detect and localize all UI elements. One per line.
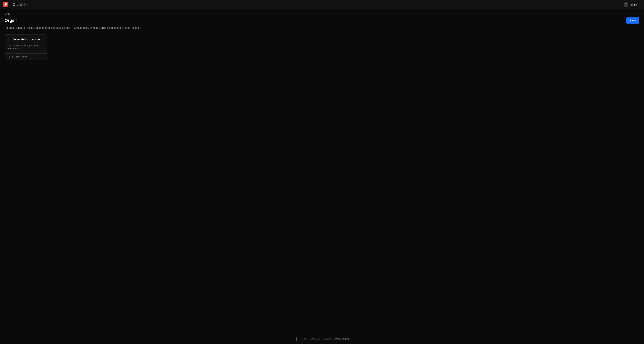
svg-rect-9 bbox=[9, 39, 10, 39]
org-card-id-value: o_1234567890 bbox=[12, 56, 27, 58]
svg-rect-0 bbox=[13, 3, 14, 4]
breadcrumb: Orgs bbox=[4, 12, 640, 15]
footer-product: Boundary bbox=[322, 338, 332, 340]
svg-rect-8 bbox=[8, 38, 11, 41]
navbar-right: admin ▾ bbox=[622, 2, 641, 7]
svg-rect-1 bbox=[14, 3, 15, 4]
chevron-down-icon: ▾ bbox=[26, 3, 27, 5]
footer: © 2020 HashiCorp Boundary Documentation bbox=[0, 334, 644, 344]
global-label: Global bbox=[17, 3, 24, 6]
footer-copyright: © 2020 HashiCorp bbox=[301, 338, 320, 340]
svg-rect-5 bbox=[625, 4, 626, 4]
page-title-wrapper: Orgs ? bbox=[4, 18, 19, 23]
admin-label: admin bbox=[630, 3, 637, 6]
scope-icon bbox=[12, 3, 16, 6]
org-card-id-label: ID bbox=[8, 56, 10, 58]
svg-rect-6 bbox=[626, 4, 627, 4]
help-icon[interactable]: ? bbox=[16, 19, 19, 22]
page-header: Orgs ? New bbox=[4, 17, 640, 23]
svg-rect-2 bbox=[13, 5, 14, 6]
org-card-title: Generated org scope bbox=[13, 38, 40, 41]
app-logo[interactable] bbox=[3, 2, 8, 7]
admin-avatar bbox=[624, 2, 628, 7]
svg-rect-10 bbox=[10, 39, 10, 39]
org-card[interactable]: Generated org scope Provides an initial … bbox=[4, 34, 47, 60]
org-card-title-row: Generated org scope bbox=[8, 38, 44, 41]
page-description: An org is a type of scope used to organi… bbox=[4, 26, 640, 30]
page-title: Orgs bbox=[4, 18, 14, 23]
svg-rect-4 bbox=[625, 3, 627, 6]
admin-chevron-icon: ▾ bbox=[638, 3, 640, 5]
new-org-button[interactable]: New bbox=[626, 17, 640, 23]
navbar: Global ▾ admin ▾ bbox=[0, 0, 644, 9]
svg-rect-3 bbox=[14, 5, 15, 6]
admin-user-selector[interactable]: admin ▾ bbox=[622, 2, 641, 7]
main-content: Orgs Orgs ? New An org is a type of scop… bbox=[0, 9, 644, 334]
footer-docs-link[interactable]: Documentation bbox=[334, 338, 350, 340]
org-card-icon bbox=[8, 38, 11, 41]
org-card-body: Generated org scope Provides an initial … bbox=[5, 35, 46, 53]
svg-rect-7 bbox=[625, 5, 627, 5]
org-card-footer: ID o_1234567890 bbox=[5, 53, 46, 60]
hashicorp-logo bbox=[294, 337, 298, 341]
org-card-description: Provides an initial org scope in Boundar… bbox=[8, 43, 44, 50]
global-scope-selector[interactable]: Global ▾ bbox=[11, 2, 28, 7]
svg-rect-11 bbox=[9, 40, 10, 40]
navbar-left: Global ▾ bbox=[3, 2, 28, 7]
orgs-grid: Generated org scope Provides an initial … bbox=[4, 34, 640, 60]
